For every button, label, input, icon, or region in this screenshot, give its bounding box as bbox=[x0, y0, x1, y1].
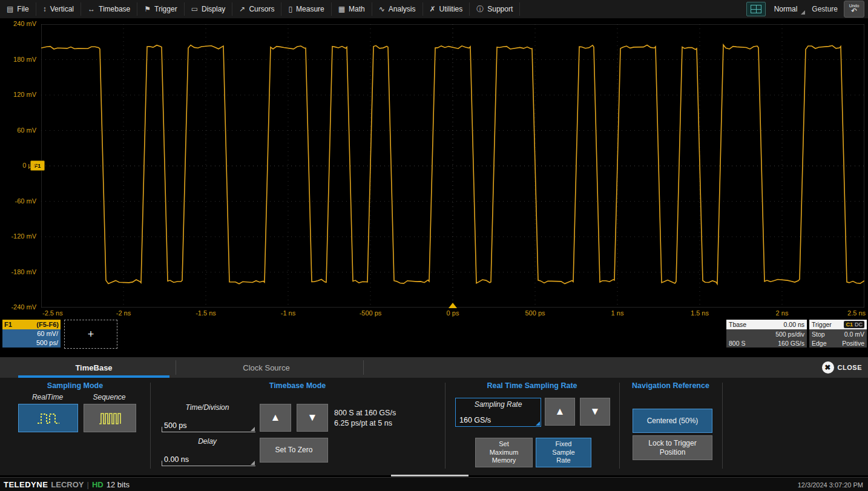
x-axis-label: -500 ps bbox=[360, 309, 382, 317]
y-axis-label: -180 mV bbox=[0, 268, 36, 275]
delay-label: Delay bbox=[162, 437, 253, 446]
realtime-label: RealTime bbox=[18, 393, 77, 401]
timebase-summary-box[interactable]: Tbase 0.00 ns 500 ps/div 800 S 160 GS/s bbox=[726, 320, 807, 348]
x-axis-label: -2.5 ns bbox=[42, 309, 63, 317]
close-icon: ✖ bbox=[822, 361, 834, 374]
f1-volts-per-div: 60 mV/ bbox=[5, 329, 58, 338]
acquisition-info-text: 800 S at 160 GS/s 6.25 ps/pt at 5 ns bbox=[334, 408, 396, 429]
trigger-type: Edge bbox=[812, 340, 827, 347]
trigger-row-3: Edge Positive bbox=[809, 338, 867, 348]
dialog-tab-bar: TimeBase Clock Source ✖ CLOSE bbox=[0, 357, 868, 378]
x-axis-label: -1.5 ns bbox=[196, 309, 216, 317]
realtime-mode-button[interactable] bbox=[18, 404, 78, 432]
down-arrow-icon: ▼ bbox=[307, 411, 318, 424]
tbase-per-div: 500 ps/div bbox=[775, 331, 804, 338]
f1-id: F1 bbox=[4, 321, 12, 328]
trigger-summary-box[interactable]: Trigger C1 DC Stop 0.0 mV Edge Positive bbox=[809, 320, 867, 348]
y-axis-label: 60 mV bbox=[0, 127, 36, 134]
time-division-label: Time/Division bbox=[162, 403, 253, 412]
plus-icon: + bbox=[88, 328, 94, 341]
tab-separator bbox=[363, 360, 364, 375]
sampling-rate-value: 160 GS/s bbox=[459, 416, 491, 424]
f1-descriptor-body: 60 mV/ 500 ps/ bbox=[2, 329, 61, 348]
tbase-row-2: 500 ps/div bbox=[726, 329, 807, 338]
y-axis-label: -240 mV bbox=[0, 303, 36, 311]
tab-clock-source[interactable]: Clock Source bbox=[182, 357, 351, 378]
section-divider bbox=[722, 383, 723, 469]
x-axis-label: 0 ps bbox=[447, 309, 459, 317]
x-axis-label: 500 ps bbox=[525, 309, 545, 317]
lock-to-trigger-position-button[interactable]: Lock to Trigger Position bbox=[633, 435, 712, 460]
set-maximum-memory-button[interactable]: Set Maximum Memory bbox=[475, 438, 533, 467]
tab-label: TimeBase bbox=[75, 363, 112, 372]
fixed-sample-rate-label: Fixed Sample Rate bbox=[552, 440, 574, 465]
trigger-slope: Positive bbox=[842, 340, 864, 347]
sequence-pulse-icon bbox=[98, 410, 122, 426]
timebase-dialog: TimeBase Clock Source ✖ CLOSE Sampling M… bbox=[0, 357, 868, 475]
f1-time-per-div: 500 ps/ bbox=[5, 338, 58, 348]
close-dialog-button[interactable]: ✖ CLOSE bbox=[822, 360, 862, 375]
timebase-decrease-button[interactable]: ▼ bbox=[297, 404, 328, 432]
centered-50-button[interactable]: Centered (50%) bbox=[633, 409, 712, 433]
sampling-rate-field[interactable]: Sampling Rate 160 GS/s bbox=[455, 398, 541, 427]
brand-teledyne: TELEDYNE bbox=[4, 480, 48, 489]
dialog-content: Sampling Mode RealTime Sequence Timebase… bbox=[0, 378, 868, 475]
sampling-rate-increase-button[interactable]: ▲ bbox=[545, 398, 575, 426]
x-axis-label: -1 ns bbox=[281, 309, 295, 317]
dialog-drag-handle[interactable] bbox=[391, 475, 469, 476]
x-axis-label: 1 ns bbox=[611, 309, 624, 317]
trigger-row-2: Stop 0.0 mV bbox=[809, 329, 867, 338]
delay-field[interactable]: 0.00 ns bbox=[162, 448, 255, 466]
section-title-sampling-rate: Real Time Sampling Rate bbox=[445, 381, 619, 390]
y-axis-label: 180 mV bbox=[0, 56, 36, 63]
up-arrow-icon: ▲ bbox=[271, 411, 281, 424]
brand-logo: TELEDYNE LECROY | HD 12 bits bbox=[0, 480, 130, 489]
tab-separator bbox=[176, 360, 176, 375]
waveform-trace-svg[interactable] bbox=[41, 24, 864, 308]
x-axis-label: 2.5 ns bbox=[847, 309, 866, 317]
trigger-source-badge: C1 DC bbox=[844, 321, 864, 328]
waveform-display-area: F1 240 mV180 mV120 mV60 mV0 µV-60 mV-120… bbox=[0, 0, 868, 354]
y-axis-label: 0 µV bbox=[0, 162, 36, 169]
trigger-source: C1 bbox=[846, 321, 853, 328]
set-to-zero-button[interactable]: Set To Zero bbox=[260, 438, 328, 463]
sequence-label: Sequence bbox=[84, 393, 135, 401]
tbase-row-1: Tbase 0.00 ns bbox=[726, 320, 807, 329]
tab-label: Clock Source bbox=[243, 363, 289, 372]
fixed-sample-rate-button[interactable]: Fixed Sample Rate bbox=[536, 438, 591, 467]
acquisition-info-line1: 800 S at 160 GS/s bbox=[334, 408, 396, 418]
dropdown-corner-icon bbox=[251, 461, 255, 465]
section-title-navigation-reference: Navigation Reference bbox=[619, 381, 722, 390]
sequence-mode-button[interactable] bbox=[84, 404, 136, 432]
y-axis-label: 120 mV bbox=[0, 91, 36, 98]
sampling-rate-label: Sampling Rate bbox=[456, 400, 541, 409]
oscilloscope-app: ▤File ↕Vertical ↔Timebase ⚑Trigger ▭Disp… bbox=[0, 0, 868, 491]
acquisition-info-line2: 6.25 ps/pt at 5 ns bbox=[334, 418, 396, 429]
section-title-sampling-mode: Sampling Mode bbox=[0, 381, 150, 390]
time-division-field[interactable]: 500 ps bbox=[162, 414, 255, 432]
tab-timebase[interactable]: TimeBase bbox=[18, 357, 169, 378]
trigger-label: Trigger bbox=[812, 321, 832, 328]
channel-descriptor-f1[interactable]: F1 (F5-F6) 60 mV/ 500 ps/ bbox=[2, 320, 61, 348]
tbase-samples: 800 S bbox=[729, 340, 745, 347]
waveform-grid[interactable] bbox=[41, 24, 864, 308]
bit-depth-label: 12 bits bbox=[107, 480, 130, 489]
tbase-sample-rate: 160 GS/s bbox=[778, 340, 804, 347]
up-arrow-icon: ▲ bbox=[555, 405, 565, 418]
sampling-rate-decrease-button[interactable]: ▼ bbox=[580, 398, 610, 426]
hd-badge: HD bbox=[92, 480, 104, 489]
f1-source: (F5-F6) bbox=[36, 321, 59, 328]
timebase-increase-button[interactable]: ▲ bbox=[260, 404, 291, 432]
section-divider bbox=[150, 383, 151, 469]
trigger-coupling: DC bbox=[855, 321, 863, 328]
trigger-mode: Stop bbox=[812, 331, 825, 338]
trigger-level: 0.0 mV bbox=[844, 331, 864, 338]
section-title-timebase-mode: Timebase Mode bbox=[150, 381, 445, 390]
add-trace-button[interactable]: + bbox=[64, 320, 117, 349]
section-divider bbox=[619, 383, 620, 469]
trigger-position-marker[interactable] bbox=[449, 303, 457, 308]
centered-50-label: Centered (50%) bbox=[647, 417, 699, 426]
f1-descriptor-header: F1 (F5-F6) bbox=[2, 320, 61, 329]
delay-value: 0.00 ns bbox=[164, 455, 189, 464]
close-label: CLOSE bbox=[838, 364, 862, 371]
